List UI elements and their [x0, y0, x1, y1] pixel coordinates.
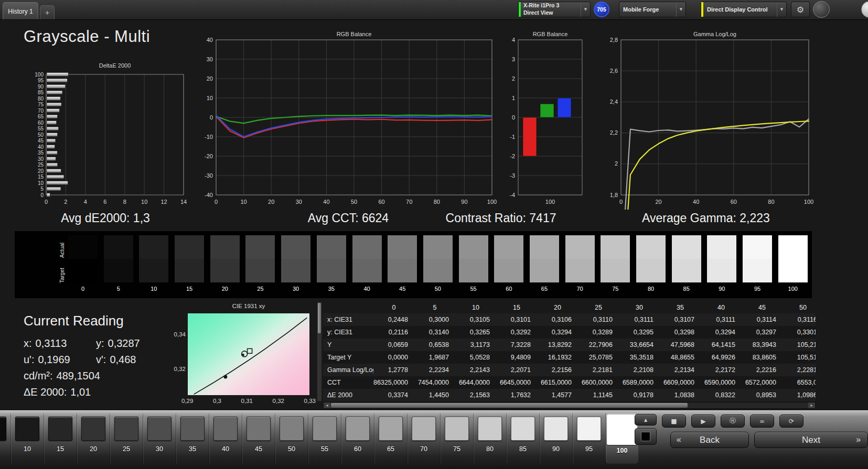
table-cell: 86325,0000 — [373, 376, 414, 389]
svg-text:50: 50 — [351, 199, 357, 205]
swatch-level-label: 95 — [743, 286, 772, 292]
pattern-level-button-5[interactable]: 5 — [0, 413, 11, 464]
pattern-level-button-35[interactable]: 35 — [176, 413, 209, 464]
display-control-dropdown[interactable]: Direct Display Control ▼ — [701, 2, 787, 17]
play-button[interactable]: ▶ — [691, 415, 715, 428]
svg-text:-2: -2 — [510, 153, 515, 159]
svg-text:30: 30 — [38, 156, 44, 162]
scrollbar-thumb[interactable] — [318, 303, 321, 333]
table-cell: 6644,0000 — [455, 376, 496, 389]
cie-plot-svg — [188, 313, 309, 395]
tab-history-1[interactable]: History 1 — [3, 2, 38, 20]
pattern-level-button-50[interactable]: 50 — [275, 413, 308, 464]
table-cell: 1,2778 — [373, 364, 414, 376]
svg-text:-20: -20 — [205, 153, 213, 159]
table-cell: 83,8605 — [742, 351, 783, 364]
table-cell: 105,51 — [783, 351, 816, 364]
pattern-level-button-20[interactable]: 20 — [77, 413, 110, 464]
svg-text:40: 40 — [693, 199, 699, 205]
reading-luminance: cd/m²:489,1504 — [24, 368, 168, 384]
table-cell: 0,3140 — [414, 326, 455, 339]
grayscale-swatch-90: 90 — [707, 235, 736, 292]
table-cell: 0,8322 — [701, 389, 742, 401]
swatch-actual-half — [139, 235, 168, 259]
table-cell: 2,2234 — [414, 364, 455, 376]
pattern-level-label: 30 — [143, 445, 176, 453]
pattern-level-button-45[interactable]: 45 — [242, 413, 275, 464]
swatch-target-half — [778, 259, 808, 282]
scrollbar-thumb[interactable] — [331, 403, 688, 408]
svg-text:15: 15 — [38, 174, 44, 180]
meter-dropdown[interactable]: X-Rite i1Pro 3 Direct View ▼ — [518, 2, 591, 17]
svg-text:80: 80 — [434, 199, 440, 205]
knob-control-2[interactable] — [861, 1, 868, 18]
pattern-level-button-10[interactable]: 10 — [11, 413, 44, 464]
table-cell: 0,3106 — [537, 313, 578, 326]
table-col-header: 5 — [414, 302, 455, 313]
svg-text:0: 0 — [215, 199, 218, 205]
top-bar: History 1 + X-Rite i1Pro 3 Direct View ▼… — [0, 0, 868, 20]
table-col-header: 45 — [742, 302, 783, 313]
collapse-panel-button[interactable]: ▲ — [635, 414, 657, 426]
swatch-level-label: 65 — [530, 286, 559, 292]
swatch-actual-half — [743, 235, 772, 259]
table-cell: 0,9178 — [619, 389, 660, 401]
scroll-right-button[interactable]: ▸ — [808, 402, 815, 408]
swatch-actual-half — [388, 235, 417, 259]
svg-text:60: 60 — [378, 199, 384, 205]
table-cell: 5,0528 — [455, 351, 496, 364]
back-chevron-icon: « — [676, 434, 681, 445]
settings-button[interactable]: ⚙ — [791, 2, 810, 17]
stop-button[interactable]: ■ — [662, 415, 686, 428]
autocal-button[interactable]: Ⓗ — [721, 415, 745, 428]
swatch-level-label: 85 — [672, 286, 701, 292]
svg-text:2,2: 2,2 — [610, 129, 618, 136]
table-cell: 1,0838 — [660, 389, 701, 401]
cie-x-tick: 0,32 — [273, 398, 284, 404]
svg-text:100: 100 — [35, 72, 44, 78]
pattern-source-dropdown[interactable]: Mobile Forge ▼ — [619, 2, 686, 17]
pattern-level-button-30[interactable]: 30 — [143, 413, 176, 464]
pattern-level-button-70[interactable]: 70 — [408, 413, 441, 464]
swatch-actual-half — [565, 235, 595, 259]
pattern-level-button-55[interactable]: 55 — [308, 413, 341, 464]
pattern-level-button-95[interactable]: 95 — [573, 413, 606, 464]
svg-text:10: 10 — [207, 95, 213, 101]
pattern-level-button-25[interactable]: 25 — [110, 413, 143, 464]
swatch-level-label: 5 — [104, 286, 133, 292]
measurement-table: 05101520253035404550x: CIE310,24480,3000… — [317, 302, 816, 402]
refresh-button[interactable]: ⟳ — [779, 415, 803, 428]
pattern-level-button-60[interactable]: 60 — [341, 413, 374, 464]
back-button[interactable]: « Back — [670, 432, 749, 448]
pattern-level-button-40[interactable]: 40 — [209, 413, 242, 464]
table-cell: 64,9926 — [701, 351, 742, 364]
continuous-button[interactable]: ∞ — [750, 415, 774, 428]
svg-text:90: 90 — [461, 199, 467, 205]
swatch-level-label: 15 — [175, 286, 204, 292]
cie-x-tick: 0,33 — [304, 398, 316, 404]
add-tab-button[interactable]: + — [40, 5, 55, 19]
scroll-left-button[interactable]: ◂ — [324, 402, 330, 408]
pattern-level-label: 60 — [341, 445, 374, 453]
table-vertical-scrollbar[interactable] — [317, 302, 322, 401]
pattern-level-button-65[interactable]: 65 — [374, 413, 408, 464]
svg-text:-10: -10 — [205, 134, 213, 140]
pattern-level-button-15[interactable]: 15 — [44, 413, 77, 464]
full-field-pattern-button[interactable] — [635, 428, 657, 445]
next-button[interactable]: Next » — [754, 432, 868, 448]
pattern-level-button-90[interactable]: 90 — [540, 413, 573, 464]
grayscale-swatch-strip: Actual Target 05101520253035404550556065… — [15, 231, 812, 298]
svg-text:8: 8 — [123, 199, 126, 205]
cie-x-tick: 0,31 — [241, 398, 253, 404]
meter-mode-badge[interactable]: 705 — [594, 2, 609, 17]
table-cell: 0,3111 — [701, 313, 742, 326]
table-horizontal-scrollbar[interactable]: ◂ ▸ — [323, 402, 816, 409]
pattern-level-button-80[interactable]: 80 — [474, 413, 507, 464]
table-cell: 0,0659 — [373, 339, 414, 351]
swatch-actual-half — [707, 235, 736, 259]
knob-control[interactable] — [813, 1, 830, 18]
pattern-level-button-75[interactable]: 75 — [441, 413, 474, 464]
pattern-level-button-85[interactable]: 85 — [507, 413, 540, 464]
table-cell: 0,8953 — [742, 389, 783, 401]
svg-text:4: 4 — [512, 37, 515, 43]
